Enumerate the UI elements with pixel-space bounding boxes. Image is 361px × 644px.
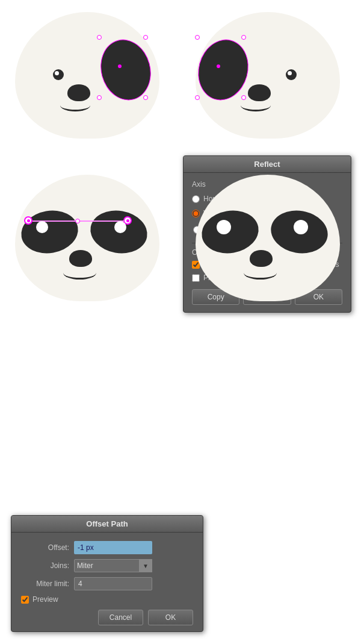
- offset-dialog-title: Offset Path: [11, 516, 203, 533]
- miter-input[interactable]: [74, 577, 152, 590]
- joins-select[interactable]: Miter Round Bevel: [74, 559, 152, 572]
- handle2-tr: [241, 35, 246, 40]
- panda2-eye-white-left: [217, 220, 231, 234]
- eye-1: [53, 69, 64, 80]
- nose-1: [67, 84, 90, 101]
- offset-dialog-buttons: Cancel OK: [21, 610, 193, 625]
- handle-br: [143, 95, 148, 100]
- panda-nose-1: [69, 250, 92, 267]
- offset-preview-checkbox[interactable]: [21, 596, 29, 604]
- offset-label: Offset:: [21, 543, 69, 552]
- panda2-smile: [244, 266, 277, 280]
- offset-path-dialog: Offset Path Offset: Joins: Miter Round B…: [11, 515, 203, 632]
- panda-eye-white-left: [36, 221, 48, 233]
- offset-cancel-button[interactable]: Cancel: [98, 610, 143, 625]
- panda-face-1: [6, 169, 168, 307]
- smile-2: [241, 99, 271, 111]
- offset-dialog-body: Offset: Joins: Miter Round Bevel ▼ Miter…: [11, 533, 203, 631]
- handle2-bl: [195, 95, 200, 100]
- offset-ok-button[interactable]: OK: [148, 610, 193, 625]
- center-handle-2: [217, 64, 220, 68]
- panda-face-2: [187, 169, 349, 307]
- miter-row: Miter limit:: [21, 577, 193, 590]
- panda-handle-inner-right: [126, 219, 129, 222]
- eye-2: [286, 69, 297, 80]
- handle-bl: [97, 95, 102, 100]
- handle-tl: [97, 35, 102, 40]
- nose-2: [248, 84, 271, 101]
- panda2-nose: [250, 250, 273, 267]
- eye-inner-1: [55, 71, 59, 75]
- panda-eye-white-right: [114, 221, 126, 233]
- panda-smile-1: [63, 266, 96, 280]
- dog-face-2: [187, 6, 349, 145]
- dog-face-1: [6, 6, 168, 145]
- miter-label: Miter limit:: [21, 580, 69, 588]
- offset-preview-row: Preview: [21, 595, 193, 604]
- handle2-tl: [195, 35, 200, 40]
- joins-select-wrapper: Miter Round Bevel ▼: [74, 559, 152, 572]
- top-row: [0, 0, 361, 145]
- center-handle: [118, 64, 122, 68]
- middle-row: [0, 145, 361, 307]
- handle-tr: [143, 35, 148, 40]
- panda2-eye-white-right: [294, 220, 308, 234]
- joins-label: Joins:: [21, 561, 69, 570]
- offset-input[interactable]: [74, 541, 152, 554]
- panda-handle-inner-left: [27, 219, 30, 222]
- panda-small-handle: [75, 219, 80, 224]
- joins-row: Joins: Miter Round Bevel ▼: [21, 559, 193, 572]
- offset-row: Offset:: [21, 541, 193, 554]
- smile-1: [60, 99, 90, 111]
- eye-inner-2: [288, 71, 292, 75]
- offset-preview-label: Preview: [32, 595, 58, 604]
- panda-handle-left: [24, 216, 32, 225]
